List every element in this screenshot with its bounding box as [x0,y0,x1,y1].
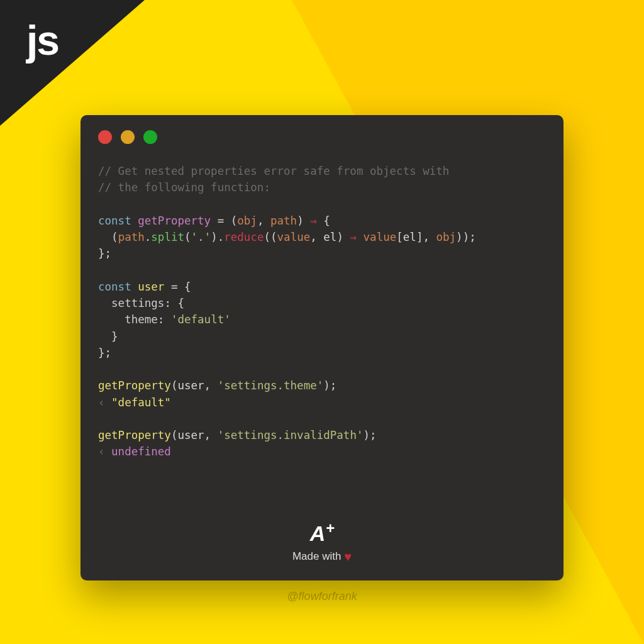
code-token: , [204,429,218,441]
code-string: 'default' [171,313,231,326]
code-function-name: getProperty [138,214,211,227]
code-param: obj [237,214,257,227]
code-token: . [145,231,152,243]
code-token: ( [231,214,238,227]
code-param: path [270,214,297,227]
code-token: ) [363,429,370,441]
close-icon[interactable] [98,130,112,144]
code-string: '.' [191,231,211,243]
code-identifier: path [118,231,145,243]
minimize-icon[interactable] [121,130,135,144]
code-block: // Get nested properties error safe from… [98,163,546,460]
code-token: ) [297,214,304,227]
code-output: "default" [111,396,171,409]
code-identifier: user [177,429,204,441]
code-keyword: const [98,280,131,293]
code-identifier: user [177,379,204,392]
code-token: = { [164,280,191,293]
js-logo-text: js [26,16,58,64]
code-token: }; [98,347,111,359]
window-traffic-lights [98,130,157,144]
code-indent [98,313,125,326]
code-token: ) [323,379,330,392]
window-footer: A+ Made with ♥ [80,519,564,564]
code-token: : [158,313,171,326]
code-string: 'settings.invalidPath' [218,429,364,441]
code-comment: // Get nested properties error safe from… [98,165,449,177]
code-identifier: value [364,231,397,243]
code-identifier: value [277,231,311,243]
code-token: , [423,231,436,243]
code-output-arrow: ‹ [98,396,111,409]
code-key: theme [125,313,158,326]
code-identifier: user [138,280,164,293]
code-token: ; [330,379,337,392]
code-token: = [211,214,231,227]
code-token: . [218,231,225,243]
author-handle: @flowforfrank [0,590,644,603]
code-indent [98,231,111,243]
code-comment: // the following function: [98,181,270,194]
code-keyword: const [98,214,131,227]
code-token: ) [336,231,343,243]
code-token: : { [164,297,184,309]
maximize-icon[interactable] [143,130,157,144]
code-token: ( [171,379,178,392]
code-token: ; [370,429,377,441]
code-call: getProperty [98,429,171,441]
code-identifier: el [403,231,416,243]
code-token: (( [264,231,277,243]
code-token: )) [456,231,469,243]
code-method: split [151,231,184,243]
code-token: ; [105,247,112,260]
code-window: // Get nested properties error safe from… [80,115,564,580]
heart-icon: ♥ [344,550,352,564]
logo-plus: + [326,519,334,536]
code-token: ( [171,429,178,441]
made-with-text: Made with ♥ [80,550,564,564]
code-token: , [204,379,218,392]
footer-logo: A+ [80,519,564,546]
code-token: [ [396,231,403,243]
code-token: , [257,214,270,227]
code-arrow: ⇒ [304,214,324,227]
code-output-arrow: ‹ [98,445,111,458]
code-call: getProperty [98,379,171,392]
code-token: , [310,231,323,243]
code-token: ) [211,231,218,243]
bg-corner-triangle [0,0,145,126]
code-indent [98,297,111,309]
code-token: ; [469,231,476,243]
code-method: reduce [224,231,264,243]
code-identifier: el [323,231,336,243]
code-token: ( [184,231,191,243]
code-token: } [98,330,118,343]
logo-a: A [310,521,325,545]
made-label: Made with [292,550,344,562]
code-string: 'settings.theme' [218,379,324,392]
code-output: undefined [111,445,171,458]
code-token: { [323,214,330,227]
code-identifier: obj [436,231,457,243]
code-token: ( [111,231,118,243]
code-token: ] [416,231,423,243]
code-arrow: ⇒ [343,231,364,243]
code-token: } [98,247,105,260]
code-key: settings [111,297,164,309]
